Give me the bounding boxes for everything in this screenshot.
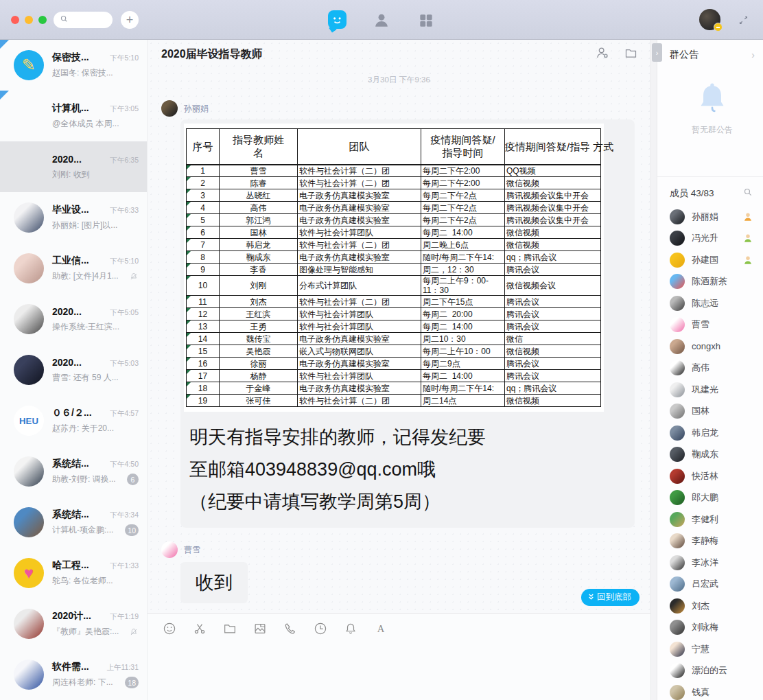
member-row[interactable]: 国林: [657, 401, 763, 423]
table-cell: 李香: [220, 264, 298, 276]
table-cell: 每周二下午2点: [421, 189, 505, 202]
chat-item-preview: 赵苏丹: 关于20...: [52, 423, 139, 434]
message-bubble[interactable]: 序号指导教师姓 名团队疫情期间答疑/ 指导时间疫情期间答疑/指导 方式 1曹雪软…: [180, 119, 635, 528]
chevron-right-icon[interactable]: ›: [751, 49, 755, 60]
minimize-window-button[interactable]: [25, 16, 33, 24]
chat-list-item[interactable]: 2020...下午6:35刘刚: 收到: [0, 141, 147, 192]
add-button[interactable]: +: [121, 11, 139, 29]
member-row[interactable]: 孙丽娟: [657, 206, 763, 228]
contacts-tab-icon[interactable]: [373, 12, 390, 32]
qq-window: + ✎保密技...下午5:10赵国冬: 保密技...计算机...下午3:05@全…: [0, 0, 763, 700]
chat-item-time: 下午3:05: [110, 104, 139, 114]
unread-badge: 6: [127, 474, 139, 485]
member-list: 孙丽娟冯光升孙建国陈酒新茶陈志远曹雪congxh高伟巩建光国林韩启龙鞠成东快活林…: [657, 206, 763, 700]
messages-tab-icon[interactable]: [328, 10, 347, 29]
member-row[interactable]: 吕宏武: [657, 574, 763, 596]
message-scroll-area[interactable]: 3月30日 下午9:36 孙丽娟 序号指导教师姓 名团队疫情期间答疑/ 指导时间…: [148, 69, 650, 613]
table-cell: 图像处理与智能感知: [298, 264, 421, 276]
expand-arrows-icon[interactable]: [738, 14, 749, 29]
chat-list-item[interactable]: 系统结...下午4:50助教-刘野: 调换...6: [0, 446, 147, 497]
table-cell: 电子政务仿真建模实验室: [298, 382, 421, 395]
member-row[interactable]: 刘杰: [657, 595, 763, 617]
table-cell: 微信视频会议: [505, 276, 601, 296]
chat-scrollbar-track[interactable]: [650, 40, 657, 700]
folder-icon[interactable]: [222, 621, 237, 636]
table-row: 16徐丽电子政务仿真建模实验室每周二9点腾讯会议: [187, 358, 601, 370]
sender-avatar[interactable]: [161, 100, 178, 117]
member-row[interactable]: 鞠成东: [657, 444, 763, 466]
close-window-button[interactable]: [11, 16, 19, 24]
font-icon[interactable]: A: [373, 621, 388, 636]
member-name: 李冰洋: [692, 557, 753, 569]
member-row[interactable]: 漂泊的云: [657, 660, 763, 682]
member-row[interactable]: 陈酒新茶: [657, 271, 763, 293]
phone-icon[interactable]: [283, 621, 298, 636]
chat-list-item[interactable]: ✎保密技...下午5:10赵国冬: 保密技...: [0, 40, 147, 91]
apps-grid-icon[interactable]: [417, 12, 435, 32]
member-row[interactable]: 郎大鹏: [657, 487, 763, 509]
emoji-icon[interactable]: [162, 621, 177, 636]
table-cell: 2: [187, 177, 220, 189]
member-row[interactable]: 李冰洋: [657, 552, 763, 574]
table-cell: 电子政务仿真建模实验室: [298, 358, 421, 370]
window-titlebar: +: [0, 0, 763, 40]
member-row[interactable]: 高伟: [657, 358, 763, 380]
member-name: 钱真: [692, 686, 753, 699]
member-name: 巩建光: [692, 384, 753, 396]
member-row[interactable]: 韩启龙: [657, 422, 763, 444]
panel-collapse-handle[interactable]: ›: [652, 43, 662, 62]
chat-list-item[interactable]: 2020计...下午1:19『教师』吴艳霞:...: [0, 598, 147, 649]
table-cell: 6: [187, 226, 220, 239]
my-avatar[interactable]: [699, 9, 720, 30]
chat-list-item[interactable]: ♥哈工程...下午1:33鸵鸟: 各位老师...: [0, 548, 147, 598]
chat-item-time: 下午5:10: [110, 54, 139, 63]
member-row[interactable]: 钱真: [657, 681, 763, 700]
member-row[interactable]: 刘咏梅: [657, 617, 763, 639]
chat-list-item[interactable]: 2020...下午5:03曹雪: 还有 59 人...: [0, 345, 147, 395]
message-bubble[interactable]: 收到: [180, 562, 248, 603]
chat-list-item[interactable]: 计算机...下午3:05@全体成员 本周...: [0, 91, 147, 141]
chat-list-item[interactable]: 工业信...下午5:10助教: [文件]4月1...: [0, 243, 147, 294]
image-icon[interactable]: [253, 621, 268, 636]
chat-list-item[interactable]: HEU０６/２...下午4:57赵苏丹: 关于20...: [0, 395, 147, 446]
svg-text:A: A: [377, 623, 385, 634]
search-input[interactable]: [54, 12, 113, 28]
table-cell: 每周二下午2:00: [421, 177, 505, 189]
composer[interactable]: A: [148, 613, 650, 700]
member-avatar: [670, 490, 685, 505]
screenshot-icon[interactable]: [192, 621, 207, 636]
table-cell: 软件与社会计算团队: [298, 308, 421, 320]
member-row[interactable]: 宁慧: [657, 638, 763, 660]
chat-list-item[interactable]: 毕业设...下午6:33孙丽娟: [图片]以...: [0, 192, 147, 243]
table-cell: QQ视频: [505, 165, 601, 177]
chat-list-item[interactable]: 2020...下午5:05操作系统-王红滨...: [0, 294, 147, 345]
bell-icon[interactable]: [343, 621, 358, 636]
member-row[interactable]: 冯光升: [657, 228, 763, 250]
chat-item-title: ０６/２...: [52, 407, 92, 419]
back-to-bottom-label: 回到底部: [597, 592, 631, 603]
member-row[interactable]: congxh: [657, 336, 763, 358]
schedule-table-image[interactable]: 序号指导教师姓 名团队疫情期间答疑/ 指导时间疫情期间答疑/指导 方式 1曹雪软…: [184, 124, 604, 412]
member-avatar: [670, 425, 685, 441]
member-search-icon[interactable]: [742, 187, 753, 200]
zoom-window-button[interactable]: [38, 16, 47, 24]
folder-icon[interactable]: [624, 46, 638, 63]
table-header-cell: 疫情期间答疑/ 指导时间: [421, 129, 505, 165]
back-to-bottom-button[interactable]: 回到底部: [581, 589, 639, 606]
member-row[interactable]: 孙建国: [657, 249, 763, 271]
member-row[interactable]: 李静梅: [657, 530, 763, 552]
chat-list-item[interactable]: 系统结...下午3:34计算机-项金鹏:...10: [0, 497, 147, 548]
history-icon[interactable]: [313, 621, 328, 636]
member-row[interactable]: 李健利: [657, 509, 763, 530]
table-row: 13王勇软件与社会计算团队每周二 14:00腾讯会议: [187, 320, 601, 333]
member-row[interactable]: 快活林: [657, 465, 763, 487]
add-member-icon[interactable]: [595, 45, 610, 63]
table-cell: 刘杰: [220, 296, 298, 308]
member-row[interactable]: 陈志远: [657, 292, 763, 314]
sender-avatar[interactable]: [161, 541, 178, 558]
member-row[interactable]: 巩建光: [657, 379, 763, 401]
chat-list-item[interactable]: 软件需...上午11:31周连科老师: 下...18: [0, 649, 147, 700]
member-row[interactable]: 曹雪: [657, 314, 763, 336]
member-avatar: [670, 469, 685, 484]
member-avatar: [670, 555, 685, 570]
